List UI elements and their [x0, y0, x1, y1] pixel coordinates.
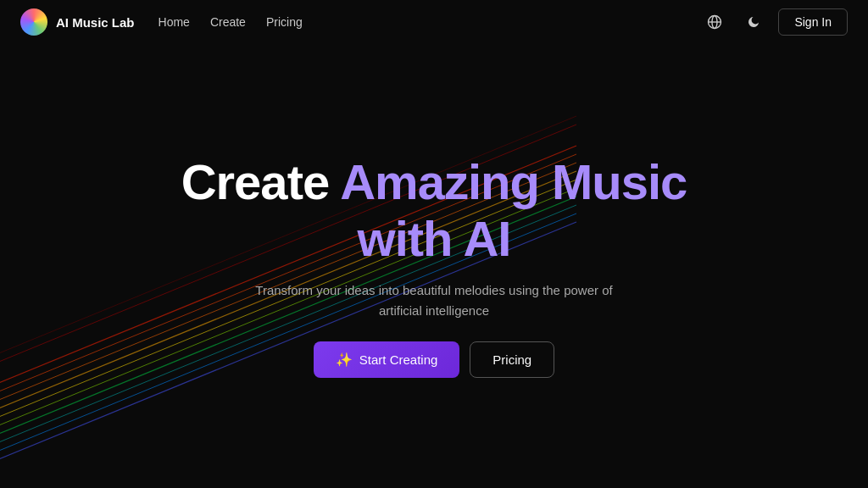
hero-buttons: ✨ Start Creating Pricing	[314, 341, 554, 378]
start-creating-button[interactable]: ✨ Start Creating	[314, 341, 460, 378]
hero-title-amazing-music: Amazing Music	[340, 154, 687, 209]
moon-icon	[747, 15, 760, 29]
hero-content: Create Amazing Music with AI Transform y…	[181, 154, 687, 378]
pricing-button[interactable]: Pricing	[470, 341, 554, 378]
navbar-left: AI Music Lab Home Create Pricing	[20, 8, 303, 36]
logo-area[interactable]: AI Music Lab	[20, 8, 135, 36]
nav-link-pricing[interactable]: Pricing	[266, 15, 303, 29]
navbar-right: Sign In	[700, 8, 848, 36]
nav-link-create[interactable]: Create	[210, 15, 246, 29]
hero-title-with-ai: with AI	[358, 211, 511, 266]
nav-links: Home Create Pricing	[159, 15, 303, 29]
hero-section: Create Amazing Music with AI Transform y…	[0, 44, 868, 488]
logo-icon	[20, 8, 47, 36]
globe-icon-button[interactable]	[700, 8, 729, 36]
hero-title: Create Amazing Music with AI	[181, 154, 687, 267]
start-creating-label: Start Creating	[359, 352, 438, 367]
logo-text: AI Music Lab	[56, 15, 135, 30]
hero-subtitle: Transform your ideas into beautiful melo…	[239, 280, 629, 321]
hero-title-create: Create	[181, 154, 330, 209]
spark-icon: ✨	[336, 352, 353, 368]
globe-icon	[707, 14, 722, 30]
dark-mode-icon-button[interactable]	[739, 8, 768, 36]
navbar: AI Music Lab Home Create Pricing Sign In	[0, 0, 868, 44]
nav-link-home[interactable]: Home	[159, 15, 190, 29]
sign-in-button[interactable]: Sign In	[778, 8, 848, 36]
